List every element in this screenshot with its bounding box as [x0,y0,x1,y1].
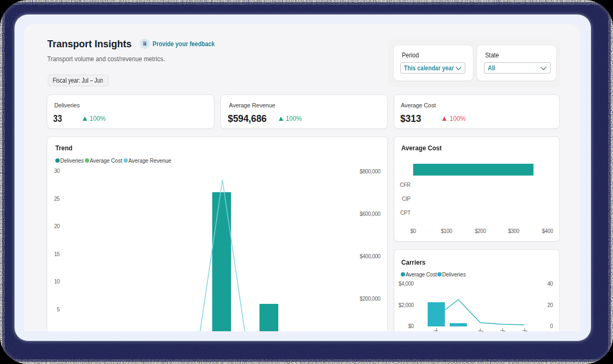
svg-text:Average Cost: Average Cost [90,158,122,164]
svg-text:SEAX: SEAX [513,327,528,331]
svg-text:$400,000: $400,000 [359,253,380,259]
svg-text:$200,000: $200,000 [359,296,380,302]
svg-text:25: 25 [54,196,60,202]
svg-text:15: 15 [54,251,60,257]
svg-text:0: 0 [550,323,553,329]
svg-text:$200: $200 [475,228,486,234]
svg-text:CPT: CPT [400,210,410,216]
svg-text:Average Cost: Average Cost [406,272,437,278]
svg-text:Average Revenue: Average Revenue [128,158,171,164]
svg-text:5: 5 [57,307,60,312]
svg-text:$0: $0 [410,228,416,234]
svg-text:AIRX: AIRX [493,327,507,331]
svg-text:$100: $100 [441,228,452,234]
svg-text:40: 40 [547,281,553,287]
svg-text:$4,000: $4,000 [399,281,414,287]
svg-text:TRCK: TRCK [469,327,485,331]
svg-text:RLWY: RLWY [424,327,440,331]
svg-text:10: 10 [54,279,60,285]
svg-text:$0: $0 [408,323,414,329]
svg-text:30: 30 [54,168,60,174]
svg-text:CFR: CFR [400,182,410,188]
svg-text:$2,000: $2,000 [399,302,414,308]
svg-text:CIP: CIP [402,196,410,202]
svg-text:POST: POST [445,331,461,331]
svg-text:$400: $400 [542,228,553,234]
svg-text:Deliveries: Deliveries [60,158,84,164]
svg-text:Deliveries: Deliveries [442,272,466,278]
svg-text:$300: $300 [508,228,520,234]
svg-text:$600,000: $600,000 [359,211,380,217]
svg-text:20: 20 [54,223,60,229]
svg-text:$800,000: $800,000 [359,169,380,174]
svg-text:20: 20 [547,302,553,308]
